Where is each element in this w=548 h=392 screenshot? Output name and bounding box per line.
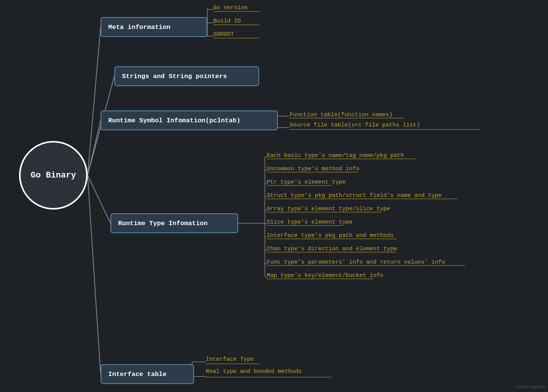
rtti-leaf-2: Ptr type's element type bbox=[267, 179, 346, 186]
meta-label: Meta information bbox=[108, 24, 170, 31]
strings-box: Strings and String pointers bbox=[114, 66, 259, 86]
itable-box: Interface table bbox=[101, 364, 194, 384]
pclntab-leaf-functable: Function table(function names) bbox=[290, 112, 393, 118]
strings-label: Strings and String pointers bbox=[122, 73, 227, 80]
rtti-label: Runtime Type Infomation bbox=[118, 220, 208, 227]
meta-leaf-buildid: Build ID bbox=[213, 18, 241, 24]
rtti-leaf-8: Func type's parameters' info and return … bbox=[267, 259, 445, 266]
rtti-leaf-5: Slice type's element type bbox=[267, 219, 353, 226]
diagram: Go Binary Meta information Strings and S… bbox=[0, 0, 548, 392]
center-circle: Go Binary bbox=[19, 141, 88, 210]
rtti-leaf-4: Array type's element type/slice type bbox=[267, 206, 390, 212]
svg-line-0 bbox=[88, 27, 101, 175]
meta-leaf-goroot: GOROOT bbox=[213, 31, 234, 38]
meta-box: Meta information bbox=[101, 17, 207, 37]
itable-label: Interface table bbox=[108, 371, 167, 378]
circle-label: Go Binary bbox=[31, 171, 76, 180]
pclntab-label: Runtime Symbol Infomation(pclntab) bbox=[108, 117, 240, 124]
itable-leaf-1: Real type and bonded methods bbox=[206, 368, 302, 375]
rtti-leaf-9: Map type's key/element/bucket info bbox=[267, 272, 383, 279]
pclntab-box: Runtime Symbol Infomation(pclntab) bbox=[101, 110, 278, 130]
pclntab-leaf-srctable: Source file table(src file paths list) bbox=[290, 122, 420, 128]
svg-line-4 bbox=[88, 175, 111, 223]
meta-leaf-goversion: Go Version bbox=[213, 5, 248, 11]
rtti-box: Runtime Type Infomation bbox=[111, 213, 238, 233]
rtti-leaf-7: Chan type's direction and element type bbox=[267, 246, 397, 252]
svg-line-3 bbox=[88, 120, 101, 175]
rtti-leaf-0: Each basic type's name/tag name/pkg path bbox=[267, 152, 404, 159]
rtti-leaf-3: Struct type's pkg path/struct field's na… bbox=[267, 192, 442, 199]
rtti-leaf-6: Interface type's pkg path and methods bbox=[267, 232, 394, 239]
svg-line-5 bbox=[88, 175, 101, 374]
rtti-leaf-1: Uncommon type's method info bbox=[267, 166, 359, 172]
itable-leaf-0: Interface Type bbox=[206, 356, 254, 363]
